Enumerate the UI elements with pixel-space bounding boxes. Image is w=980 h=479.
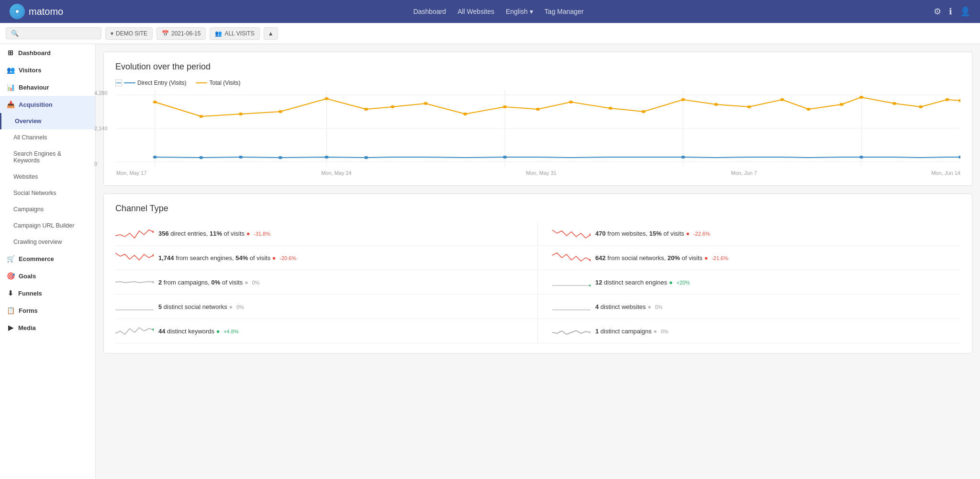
settings-icon[interactable]: ⚙ (934, 6, 941, 17)
stat-value-4: 4 (595, 303, 599, 310)
chart-wrapper: 4,280 2,140 0 Mon, May 17 Mon, May 24 Mo… (115, 90, 960, 176)
acquisition-icon: 📥 (7, 101, 15, 108)
y-label-mid: 2,140 (94, 125, 108, 131)
sidebar-item-campaigns[interactable]: Campaigns (0, 201, 95, 217)
language-selector[interactable]: English ▾ (506, 8, 533, 15)
channel-stat-distinct-campaigns: 1 distinct campaigns ● 0% (595, 328, 668, 335)
sidebar-item-visitors[interactable]: 👥 Visitors (0, 61, 95, 79)
badge-social: -21.6% (712, 255, 728, 261)
logo-area[interactable]: matomo (10, 4, 63, 19)
main-content: Evolution over the period Direct Entry (… (96, 44, 980, 369)
site-filter-button[interactable]: ▾ DEMO SITE (105, 27, 153, 40)
funnels-icon: ⬇ (7, 289, 14, 297)
sidebar-label-websites: Websites (13, 173, 38, 180)
sidebar-label-acquisition: Acquisition (19, 101, 53, 108)
dot-social: ● (704, 254, 708, 262)
x-label-5: Mon, Jun 14 (931, 170, 960, 176)
channel-stat-direct: 356 direct entries, 11% of visits ● -31.… (158, 230, 270, 237)
svg-point-26 (681, 98, 685, 101)
sidebar-item-search-engines[interactable]: Search Engines & Keywords (0, 146, 95, 169)
channel-item-distinct-search: 12 distinct search engines ● +20% (538, 270, 960, 295)
channel-type-title: Channel Type (115, 204, 960, 214)
date-filter-button[interactable]: 📅 2021-06-15 (156, 27, 206, 40)
svg-point-53 (153, 329, 154, 331)
svg-point-39 (239, 156, 243, 159)
y-label-top: 4,280 (94, 90, 108, 96)
help-icon[interactable]: ℹ (949, 6, 952, 17)
sidebar-label-social-networks: Social Networks (13, 190, 56, 196)
x-label-4: Mon, Jun 7 (731, 170, 757, 176)
channel-type-card: Channel Type 356 direct entries, 11% of … (103, 194, 972, 354)
legend-label-total: Total (Visits) (209, 80, 240, 86)
nav-dashboard[interactable]: Dashboard (413, 8, 446, 15)
sidebar-item-acquisition[interactable]: 📥 Acquisition (0, 96, 95, 113)
sparkline-keywords (115, 324, 154, 338)
sidebar-item-dashboard[interactable]: ⊞ Dashboard (0, 44, 95, 61)
svg-point-46 (958, 156, 960, 159)
svg-point-28 (747, 105, 751, 108)
svg-point-42 (364, 156, 368, 159)
svg-point-45 (859, 156, 863, 159)
legend-line-direct (124, 82, 135, 83)
visits-filter-button[interactable]: 👥 ALL VISITS (210, 27, 259, 40)
sidebar-item-all-channels[interactable]: All Channels (0, 129, 95, 146)
sparkline-social-networks (552, 251, 590, 265)
y-axis-labels: 4,280 2,140 0 (94, 90, 108, 167)
x-axis-labels: Mon, May 17 Mon, May 24 Mon, May 31 Mon,… (115, 170, 960, 176)
sidebar-item-overview[interactable]: Overview (0, 113, 95, 129)
badge-keywords: +4.8% (223, 329, 239, 334)
svg-point-15 (278, 110, 282, 113)
svg-point-24 (609, 107, 612, 110)
sidebar-item-goals[interactable]: 🎯 Goals (0, 267, 95, 285)
sparkline-campaigns (115, 275, 154, 289)
stat-value-12: 12 (595, 279, 602, 286)
svg-point-29 (780, 98, 784, 101)
sidebar-item-behaviour[interactable]: 📊 Behaviour (0, 79, 95, 96)
channel-stat-search: 1,744 from search engines, 54% of visits… (158, 254, 296, 262)
stat-value-1744: 1,744 (158, 254, 174, 262)
dot-distinct-social: ● (229, 303, 233, 310)
site-filter-icon: ▾ (111, 30, 113, 37)
sidebar-item-forms[interactable]: 📋 Forms (0, 302, 95, 319)
sidebar-item-crawling-overview[interactable]: Crawling overview (0, 234, 95, 250)
svg-point-12 (153, 101, 157, 103)
badge-direct: -31.8% (254, 231, 270, 237)
dot-distinct-search: ● (669, 279, 673, 286)
sparkline-distinct-search (552, 275, 590, 289)
svg-point-27 (714, 103, 718, 106)
user-icon[interactable]: 👤 (960, 6, 970, 17)
sidebar-item-campaign-url-builder[interactable]: Campaign URL Builder (0, 217, 95, 234)
sidebar-item-funnels[interactable]: ⬇ Funnels (0, 285, 95, 302)
y-label-bottom: 0 (94, 161, 108, 167)
collapse-button[interactable]: ▲ (264, 27, 278, 40)
svg-point-33 (892, 102, 896, 105)
sidebar-item-websites[interactable]: Websites (0, 169, 95, 185)
svg-point-18 (390, 105, 394, 108)
svg-point-22 (536, 108, 540, 111)
stat-value-356: 356 (158, 230, 169, 237)
dashboard-icon: ⊞ (7, 49, 14, 57)
sidebar-label-search-engines: Search Engines & Keywords (13, 150, 89, 164)
x-label-3: Mon, May 31 (526, 170, 557, 176)
dot-websites: ● (686, 230, 690, 237)
sidebar-item-ecommerce[interactable]: 🛒 Ecommerce (0, 250, 95, 267)
svg-point-40 (278, 156, 282, 159)
sidebar-label-forms: Forms (19, 307, 38, 314)
sparkline-direct-entries (115, 226, 154, 240)
search-bar[interactable]: 🔍 (6, 27, 101, 39)
channel-item-distinct-social: 5 distinct social networks ● 0% (115, 295, 538, 319)
svg-point-37 (153, 156, 157, 159)
nav-all-websites[interactable]: All Websites (457, 8, 494, 15)
visits-filter-icon: 👥 (215, 30, 222, 37)
channel-stat-social: 642 from social networks, 20% of visits … (595, 254, 728, 262)
sidebar-label-all-channels: All Channels (13, 134, 47, 141)
svg-point-51 (153, 281, 154, 284)
search-input[interactable] (22, 30, 96, 37)
evolution-svg-chart (115, 90, 960, 167)
channel-item-search-engines: 1,744 from search engines, 54% of visits… (115, 246, 538, 270)
svg-point-2 (16, 10, 19, 13)
sidebar-item-social-networks[interactable]: Social Networks (0, 185, 95, 201)
sidebar-item-media[interactable]: ▶ Media (0, 319, 95, 336)
nav-tag-manager[interactable]: Tag Manager (545, 8, 584, 15)
badge-distinct-websites: 0% (655, 304, 663, 310)
